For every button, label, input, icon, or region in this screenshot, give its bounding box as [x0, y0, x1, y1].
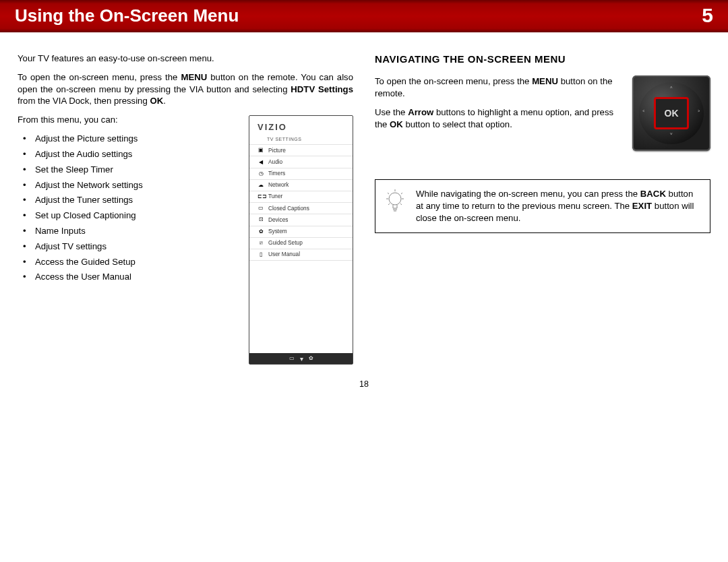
tip-text: While navigating the on-screen menu, you…: [416, 188, 699, 224]
settings-icon: ✿: [309, 355, 313, 363]
clock-icon: ◷: [257, 170, 264, 177]
action-item: Adjust the Audio settings: [32, 148, 237, 160]
menu-item-label: Closed Captions: [268, 205, 309, 212]
menu-item: ◀Audio: [249, 156, 353, 167]
intro-open-menu: To open the on-screen menu, press the ME…: [18, 71, 353, 107]
tip-box: While navigating the on-screen menu, you…: [375, 179, 710, 232]
arrow-up-icon: ˄: [669, 85, 673, 95]
tv-settings-menu: VIZIO TV SETTINGS ▣Picture◀Audio◷Timers☁…: [249, 115, 353, 365]
arrow-down-icon: ˅: [669, 131, 673, 142]
menu-item-label: Audio: [268, 158, 282, 166]
menu-subhead: TV SETTINGS: [249, 135, 353, 144]
menu-item: ⎚Guided Setup: [249, 237, 353, 249]
right-column: NAVIGATING THE ON-SCREEN MENU To open th…: [375, 53, 710, 365]
action-item: Adjust the Tuner settings: [32, 194, 237, 206]
from-this-menu: From this menu, you can:: [18, 114, 237, 126]
svg-line-9: [400, 204, 402, 205]
menu-items: ▣Picture◀Audio◷Timers☁Network⊏⊐Tuner▭Clo…: [249, 144, 353, 261]
menu-item: ✿System: [249, 226, 353, 237]
action-item: Adjust the Picture settings: [32, 133, 237, 145]
lightbulb-icon: [384, 188, 406, 224]
nav-p2: Use the Arrow buttons to highlight a men…: [375, 106, 619, 131]
chapter-header: Using the On-Screen Menu 5: [0, 0, 728, 32]
action-item: Adjust the Network settings: [32, 179, 237, 191]
menu-item-label: Timers: [268, 170, 285, 177]
menu-item-label: Network: [268, 181, 289, 189]
svg-line-4: [388, 193, 389, 194]
action-item: Access the Guided Setup: [32, 256, 237, 268]
action-item: Set the Sleep Timer: [32, 164, 237, 176]
menu-item: ▯User Manual: [249, 249, 353, 261]
menu-item-label: Picture: [268, 147, 286, 154]
menu-footer-bar: ▭ ▾ ✿: [249, 353, 353, 364]
menu-item: ▭Closed Captions: [249, 202, 353, 214]
menu-item-label: Devices: [268, 216, 289, 224]
menu-item: ▣Picture: [249, 144, 353, 156]
action-item: Set up Closed Captioning: [32, 210, 237, 222]
menu-item-label: User Manual: [268, 251, 300, 258]
tuner-icon: ⊏⊐: [257, 193, 264, 200]
menu-item: ☁Network: [249, 179, 353, 191]
arrow-left-icon: ˂: [642, 108, 646, 119]
page-title: Using the On-Screen Menu: [15, 5, 239, 26]
arrow-right-icon: ˃: [697, 108, 701, 119]
svg-point-0: [389, 193, 401, 205]
chevron-down-icon: ▾: [300, 354, 303, 364]
menu-item: ⊡Devices: [249, 214, 353, 225]
vizio-logo: VIZIO: [249, 116, 353, 135]
svg-line-5: [401, 193, 402, 194]
action-item: Name Inputs: [32, 225, 237, 237]
left-column: Your TV features an easy-to-use on-scree…: [18, 53, 353, 365]
network-icon: ☁: [257, 182, 264, 189]
guided-icon: ⎚: [257, 240, 264, 247]
picture-icon: ▣: [257, 147, 264, 154]
menu-item: ⊏⊐Tuner: [249, 191, 353, 202]
gear-icon: ✿: [257, 228, 264, 235]
action-item: Access the User Manual: [32, 271, 237, 283]
chapter-number: 5: [702, 4, 713, 27]
speaker-icon: ◀: [257, 159, 264, 166]
menu-item-label: Guided Setup: [268, 239, 303, 247]
page-number: 18: [0, 371, 728, 396]
cc-icon: ▭: [257, 205, 264, 212]
page-body: Your TV features an easy-to-use on-scree…: [0, 32, 728, 371]
menu-item-label: System: [268, 228, 287, 235]
devices-icon: ⊡: [257, 216, 264, 223]
manual-icon: ▯: [257, 251, 264, 258]
section-heading: NAVIGATING THE ON-SCREEN MENU: [375, 53, 710, 66]
menu-item-label: Tuner: [268, 193, 282, 200]
action-item: Adjust TV settings: [32, 241, 237, 253]
ok-button: OK: [654, 97, 689, 129]
remote-dpad: ˄ ˅ ˂ ˃ OK: [632, 75, 710, 151]
svg-line-8: [388, 204, 390, 205]
actions-list: Adjust the Picture settingsAdjust the Au…: [18, 133, 237, 283]
intro-line-1: Your TV features an easy-to-use on-scree…: [18, 53, 353, 65]
nav-p1: To open the on-screen menu, press the ME…: [375, 75, 619, 100]
wide-icon: ▭: [289, 355, 295, 363]
menu-item: ◷Timers: [249, 168, 353, 179]
